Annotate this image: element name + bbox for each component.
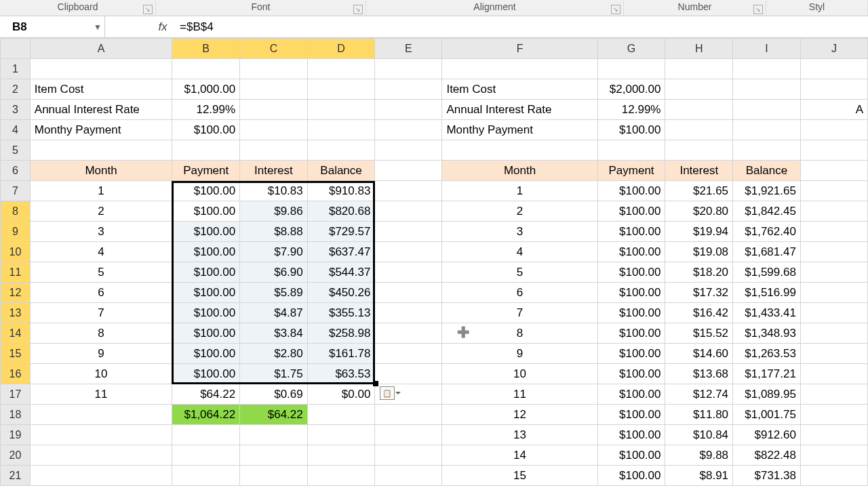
- cell-D17[interactable]: $0.00: [307, 384, 375, 405]
- column-header-E[interactable]: E: [375, 39, 442, 59]
- cell-C5[interactable]: [240, 140, 308, 161]
- cell-E15[interactable]: [375, 344, 442, 364]
- cell-C2[interactable]: [240, 79, 308, 100]
- cell-F15[interactable]: 9: [442, 344, 597, 364]
- cell-J18[interactable]: [800, 405, 867, 425]
- cell-F2[interactable]: Item Cost: [442, 79, 597, 100]
- cell-E21[interactable]: [375, 466, 442, 486]
- cell-A1[interactable]: [30, 59, 172, 79]
- cell-F11[interactable]: 5: [442, 262, 597, 283]
- cell-B2[interactable]: $1,000.00: [172, 79, 240, 100]
- cell-A3[interactable]: Annual Interest Rate: [30, 100, 172, 120]
- cell-C16[interactable]: $1.75: [240, 364, 308, 384]
- cell-C6[interactable]: Interest: [240, 161, 308, 181]
- cell-B5[interactable]: [172, 140, 240, 161]
- cell-G19[interactable]: $100.00: [597, 425, 665, 445]
- cell-E10[interactable]: [375, 242, 442, 262]
- cell-H1[interactable]: [665, 59, 733, 79]
- cell-J13[interactable]: [800, 303, 867, 323]
- cell-C20[interactable]: [240, 445, 308, 466]
- cell-G14[interactable]: $100.00: [597, 323, 665, 344]
- cell-A19[interactable]: [30, 425, 172, 445]
- cell-J2[interactable]: [800, 79, 867, 100]
- cell-F10[interactable]: 4: [442, 242, 597, 262]
- cell-F19[interactable]: 13: [442, 425, 597, 445]
- cell-A10[interactable]: 4: [30, 242, 172, 262]
- cell-G12[interactable]: $100.00: [597, 283, 665, 303]
- cell-B10[interactable]: $100.00: [172, 242, 240, 262]
- cell-H5[interactable]: [665, 140, 733, 161]
- cell-I15[interactable]: $1,263.53: [733, 344, 801, 364]
- row-header-4[interactable]: 4: [1, 120, 31, 140]
- cell-J17[interactable]: [800, 384, 867, 405]
- cell-I18[interactable]: $1,001.75: [733, 405, 801, 425]
- dialog-launcher-icon[interactable]: ↘: [753, 5, 763, 14]
- cell-E9[interactable]: [375, 222, 442, 242]
- cell-H14[interactable]: $15.52: [665, 323, 733, 344]
- cell-E2[interactable]: [375, 79, 442, 100]
- cell-H8[interactable]: $20.80: [665, 201, 733, 222]
- cell-F4[interactable]: Monthy Payment: [442, 120, 597, 140]
- row-header-7[interactable]: 7: [1, 181, 31, 201]
- cell-D18[interactable]: [307, 405, 375, 425]
- cell-D21[interactable]: [307, 466, 375, 486]
- cell-F14[interactable]: 8: [442, 323, 597, 344]
- cell-I5[interactable]: [733, 140, 801, 161]
- cell-J12[interactable]: [800, 283, 867, 303]
- select-all-corner[interactable]: [1, 39, 31, 59]
- cell-G20[interactable]: $100.00: [597, 445, 665, 466]
- cell-B17[interactable]: $64.22: [172, 384, 240, 405]
- cell-G8[interactable]: $100.00: [597, 201, 665, 222]
- column-header-A[interactable]: A: [30, 39, 172, 59]
- cell-G10[interactable]: $100.00: [597, 242, 665, 262]
- cell-F3[interactable]: Annual Interest Rate: [442, 100, 597, 120]
- cell-B18[interactable]: $1,064.22: [172, 405, 240, 425]
- cell-A17[interactable]: 11: [30, 384, 172, 405]
- cell-B11[interactable]: $100.00: [172, 262, 240, 283]
- cell-J3[interactable]: A: [800, 100, 867, 120]
- cell-I14[interactable]: $1,348.93: [733, 323, 801, 344]
- chevron-down-icon[interactable]: ▼: [91, 22, 104, 32]
- cell-C14[interactable]: $3.84: [240, 323, 308, 344]
- cell-B1[interactable]: [172, 59, 240, 79]
- row-header-3[interactable]: 3: [1, 100, 31, 120]
- cell-J1[interactable]: [800, 59, 867, 79]
- cell-D13[interactable]: $355.13: [307, 303, 375, 323]
- cell-J11[interactable]: [800, 262, 867, 283]
- cell-J8[interactable]: [800, 201, 867, 222]
- cell-I19[interactable]: $912.60: [733, 425, 801, 445]
- cell-I7[interactable]: $1,921.65: [733, 181, 801, 201]
- cell-E7[interactable]: [375, 181, 442, 201]
- cell-D14[interactable]: $258.98: [307, 323, 375, 344]
- row-header-11[interactable]: 11: [1, 262, 31, 283]
- cell-D15[interactable]: $161.78: [307, 344, 375, 364]
- cell-C8[interactable]: $9.86: [240, 201, 308, 222]
- cell-H17[interactable]: $12.74: [665, 384, 733, 405]
- cell-F21[interactable]: 15: [442, 466, 597, 486]
- row-header-19[interactable]: 19: [1, 425, 31, 445]
- cell-J16[interactable]: [800, 364, 867, 384]
- cell-I4[interactable]: [733, 120, 801, 140]
- spreadsheet-grid[interactable]: ABCDEFGHIJ12Item Cost$1,000.00Item Cost$…: [0, 38, 868, 486]
- cell-A13[interactable]: 7: [30, 303, 172, 323]
- cell-B16[interactable]: $100.00: [172, 364, 240, 384]
- cell-B20[interactable]: [172, 445, 240, 466]
- cell-H15[interactable]: $14.60: [665, 344, 733, 364]
- cell-B21[interactable]: [172, 466, 240, 486]
- cell-F20[interactable]: 14: [442, 445, 597, 466]
- cell-D10[interactable]: $637.47: [307, 242, 375, 262]
- cell-J5[interactable]: [800, 140, 867, 161]
- column-header-G[interactable]: G: [597, 39, 665, 59]
- cell-I10[interactable]: $1,681.47: [733, 242, 801, 262]
- cell-E1[interactable]: [375, 59, 442, 79]
- cell-H19[interactable]: $10.84: [665, 425, 733, 445]
- row-header-2[interactable]: 2: [1, 79, 31, 100]
- cell-D1[interactable]: [307, 59, 375, 79]
- cell-G9[interactable]: $100.00: [597, 222, 665, 242]
- cell-A14[interactable]: 8: [30, 323, 172, 344]
- cell-F1[interactable]: [442, 59, 597, 79]
- cell-A9[interactable]: 3: [30, 222, 172, 242]
- cell-F13[interactable]: 7: [442, 303, 597, 323]
- row-header-12[interactable]: 12: [1, 283, 31, 303]
- column-header-D[interactable]: D: [307, 39, 375, 59]
